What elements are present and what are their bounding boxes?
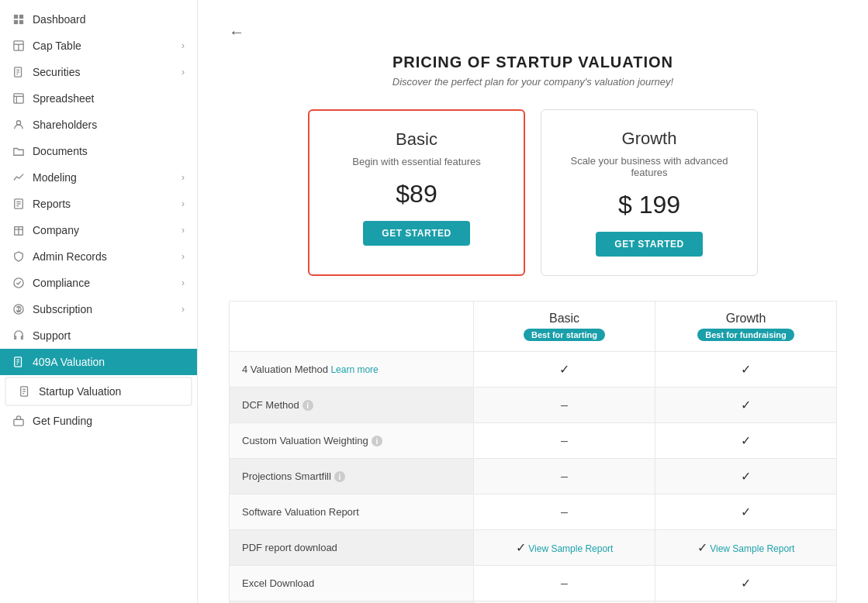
chevron-icon: ›: [182, 67, 185, 78]
sidebar-item-reports[interactable]: Reports ›: [0, 191, 197, 217]
sidebar-item-label: Spreadsheet: [33, 92, 94, 105]
sidebar-item-label: Securities: [33, 66, 80, 78]
check-circle-icon: [12, 277, 25, 289]
table-row: PDF report download✓ View Sample Report✓…: [230, 530, 837, 566]
basic-cell: –: [474, 459, 655, 494]
growth-cell: ✓: [655, 494, 837, 530]
sidebar-item-dashboard[interactable]: Dashboard: [0, 6, 197, 33]
sidebar-item-securities[interactable]: Securities ›: [0, 59, 197, 85]
dash-icon: –: [561, 577, 568, 590]
pricing-cards: Basic Begin with essential features $89 …: [229, 109, 837, 276]
basic-cell: ✓: [474, 352, 655, 388]
spreadsheet-icon: [12, 92, 25, 105]
chart-icon: [12, 171, 25, 184]
page-title: PRICING OF STARTUP VALUATION: [229, 53, 837, 71]
sidebar-item-label: Subscription: [33, 303, 92, 315]
basic-title: Basic: [333, 129, 500, 150]
sidebar-item-label: Shareholders: [33, 119, 97, 131]
basic-cell: –: [474, 494, 655, 530]
svg-rect-33: [14, 419, 23, 426]
feature-cell: Custom Valuation Weightingi: [230, 423, 474, 459]
view-sample-report-link-basic[interactable]: View Sample Report: [528, 543, 613, 554]
growth-cell: ✓ View Sample Report: [655, 530, 837, 566]
dash-icon: –: [561, 470, 568, 483]
sidebar-item-label: Company: [33, 224, 79, 236]
growth-desc: Scale your business with advanced featur…: [565, 155, 734, 178]
back-button[interactable]: ←: [229, 23, 244, 41]
pricing-card-basic: Basic Begin with essential features $89 …: [308, 109, 525, 276]
col-feature: [230, 302, 474, 352]
sidebar-item-shareholders[interactable]: Shareholders: [0, 112, 197, 138]
table-row: Excel Download–✓: [230, 566, 837, 601]
sidebar-item-label: Reports: [33, 198, 71, 210]
sidebar-item-label: Cap Table: [33, 40, 81, 52]
sidebar-item-get-funding[interactable]: Get Funding: [0, 408, 197, 434]
folder-icon: [12, 145, 25, 157]
chevron-icon: ›: [182, 198, 185, 209]
sidebar-item-company[interactable]: Company ›: [0, 217, 197, 243]
info-icon[interactable]: i: [303, 400, 313, 411]
sidebar-item-compliance[interactable]: Compliance ›: [0, 270, 197, 296]
growth-cell: ✓: [655, 459, 837, 494]
sidebar-item-subscription[interactable]: Subscription ›: [0, 296, 197, 322]
table-row: Projections Smartfilli–✓: [230, 459, 837, 494]
dash-icon: –: [561, 398, 568, 412]
basic-badge: Best for starting: [524, 329, 605, 341]
feature-cell: 4 Valuation Method Learn more: [230, 352, 474, 388]
growth-get-started-button[interactable]: GET STARTED: [596, 232, 702, 257]
svg-rect-2: [14, 20, 18, 24]
learn-more-link[interactable]: Learn more: [328, 364, 379, 375]
sidebar-item-modeling[interactable]: Modeling ›: [0, 164, 197, 191]
sidebar-item-startup-valuation[interactable]: Startup Valuation: [5, 377, 192, 406]
sidebar-item-documents[interactable]: Documents: [0, 138, 197, 164]
table-row: Custom Valuation Weightingi–✓: [230, 423, 837, 459]
feature-cell: PDF report download: [230, 530, 474, 566]
report-icon: [12, 198, 25, 210]
col-basic-label: Basic: [486, 312, 642, 326]
basic-desc: Begin with essential features: [333, 156, 500, 167]
growth-cell: ✓: [655, 388, 837, 423]
check-icon: ✓: [516, 541, 526, 554]
file-icon: [12, 356, 25, 368]
growth-cell: ✓: [655, 566, 837, 601]
table-icon: [12, 40, 25, 52]
page-subtitle: Discover the perfect plan for your compa…: [229, 76, 837, 88]
sidebar-item-label: Compliance: [33, 277, 90, 289]
check-icon: ✓: [559, 363, 569, 376]
growth-badge: Best for fundraising: [697, 329, 794, 341]
chevron-icon: ›: [182, 172, 185, 183]
grid-icon: [12, 13, 25, 26]
sidebar-item-admin-records[interactable]: Admin Records ›: [0, 243, 197, 270]
sidebar-item-label: Modeling: [33, 171, 77, 184]
view-sample-report-link-growth[interactable]: View Sample Report: [710, 543, 794, 554]
info-icon[interactable]: i: [334, 471, 345, 482]
sidebar-item-409a-valuation[interactable]: 409A Valuation: [0, 349, 197, 375]
basic-cell: ✓ View Sample Report: [474, 530, 655, 566]
sidebar-item-label: 409A Valuation: [33, 356, 105, 368]
check-icon: ✓: [741, 577, 751, 590]
basic-get-started-button[interactable]: GET STARTED: [363, 221, 469, 246]
main-content: ← PRICING OF STARTUP VALUATION Discover …: [198, 0, 868, 603]
table-row: 4 Valuation Method Learn more✓✓: [230, 352, 837, 388]
person-icon: [12, 119, 25, 131]
growth-cell: ✓: [655, 423, 837, 459]
info-icon[interactable]: i: [372, 436, 382, 446]
svg-rect-11: [14, 94, 23, 103]
check-icon: ✓: [741, 398, 751, 412]
table-row: DCF Methodi–✓: [230, 388, 837, 423]
headset-icon: [12, 329, 25, 342]
feature-cell: Software Valuation Report: [230, 494, 474, 530]
sidebar-item-support[interactable]: Support: [0, 322, 197, 349]
sidebar-item-cap-table[interactable]: Cap Table ›: [0, 33, 197, 59]
sidebar-item-label: Startup Valuation: [39, 385, 121, 398]
svg-rect-0: [14, 15, 18, 19]
dollar-icon: [12, 303, 25, 315]
sidebar-item-label: Dashboard: [33, 13, 86, 26]
sidebar-item-label: Admin Records: [33, 250, 107, 263]
table-row: Software Valuation Report–✓: [230, 494, 837, 530]
dash-icon: –: [561, 434, 568, 447]
basic-price: $89: [333, 180, 500, 208]
col-growth: Growth Best for fundraising: [655, 302, 837, 352]
sidebar-item-spreadsheet[interactable]: Spreadsheet: [0, 85, 197, 112]
basic-cell: –: [474, 566, 655, 601]
